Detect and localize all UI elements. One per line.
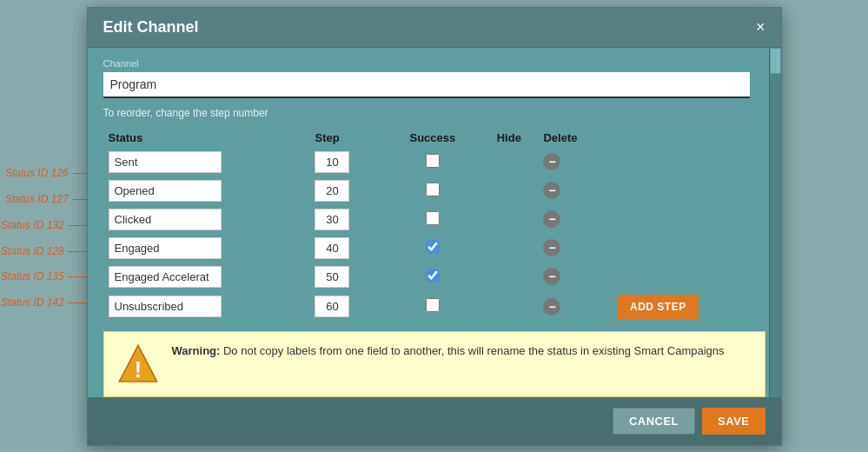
status-input-128[interactable]: [109, 237, 222, 259]
status-input-135[interactable]: [109, 266, 222, 288]
status-input-132[interactable]: [109, 209, 222, 230]
table-row: −: [103, 234, 765, 263]
modal-body: Channel To reorder, change the step numb…: [88, 48, 781, 397]
delete-button-135[interactable]: −: [543, 268, 560, 285]
table-row: −ADD STEP: [103, 291, 765, 322]
delete-button-127[interactable]: −: [543, 182, 560, 199]
col-status: Status: [103, 128, 310, 148]
step-input-128[interactable]: [315, 237, 349, 259]
warning-box: ! Warning: Do not copy labels from one f…: [103, 331, 765, 397]
modal-header: Edit Channel ×: [88, 8, 781, 48]
step-input-142[interactable]: [315, 296, 349, 317]
add-step-button[interactable]: ADD STEP: [618, 295, 699, 319]
status-input-142[interactable]: [109, 296, 222, 317]
success-checkbox-132[interactable]: [426, 211, 440, 225]
warning-icon: !: [116, 342, 160, 386]
modal-title: Edit Channel: [103, 18, 199, 37]
success-checkbox-142[interactable]: [426, 298, 440, 312]
col-action: [613, 128, 765, 148]
annotation-label-127: Status ID 127: [5, 193, 69, 205]
step-input-127[interactable]: [315, 180, 349, 202]
modal-close-button[interactable]: ×: [756, 19, 765, 35]
col-delete: Delete: [538, 128, 613, 148]
channel-input[interactable]: [103, 72, 750, 98]
scrollbar[interactable]: [769, 48, 781, 397]
step-input-135[interactable]: [315, 266, 349, 288]
annotation-label-128: Status ID 128: [1, 245, 64, 257]
table-row: −: [103, 205, 765, 234]
col-step: Step: [309, 128, 385, 148]
annotation-label-132: Status ID 132: [1, 219, 64, 231]
status-input-127[interactable]: [109, 180, 222, 202]
table-row: −: [103, 263, 765, 291]
success-checkbox-135[interactable]: [426, 269, 440, 282]
annotation-label-142: Status ID 142: [1, 296, 64, 309]
svg-text:!: !: [134, 357, 141, 382]
cancel-button[interactable]: CANCEL: [613, 408, 695, 435]
table-row: −: [103, 176, 765, 205]
scroll-thumb[interactable]: [770, 48, 781, 74]
step-input-132[interactable]: [315, 209, 349, 230]
warning-body: Do not copy labels from one field to ano…: [220, 344, 724, 357]
table-row: −: [103, 148, 765, 176]
annotation-label-135: Status ID 135: [1, 270, 64, 282]
edit-channel-modal: Edit Channel × Channel To reorder, chang…: [87, 7, 782, 446]
modal-footer: CANCEL SAVE: [88, 397, 781, 445]
step-input-126[interactable]: [315, 151, 349, 173]
save-button[interactable]: SAVE: [702, 408, 765, 435]
warning-bold: Warning:: [172, 344, 221, 357]
col-success: Success: [386, 128, 480, 148]
delete-button-132[interactable]: −: [543, 210, 560, 228]
success-checkbox-127[interactable]: [426, 183, 440, 196]
delete-button-128[interactable]: −: [543, 239, 560, 256]
delete-button-126[interactable]: −: [543, 153, 560, 170]
steps-table: Status Step Success Hide Delete −−−−−−AD…: [103, 128, 765, 322]
warning-text: Warning: Do not copy labels from one fie…: [172, 342, 725, 360]
reorder-hint: To reorder, change the step number: [103, 107, 765, 119]
annotation-label-126: Status ID 126: [5, 167, 69, 179]
col-hide: Hide: [480, 128, 538, 148]
channel-label: Channel: [103, 58, 765, 69]
success-checkbox-126[interactable]: [426, 154, 440, 168]
success-checkbox-128[interactable]: [426, 240, 440, 254]
delete-button-142[interactable]: −: [543, 298, 560, 316]
status-input-126[interactable]: [109, 151, 222, 173]
page-wrapper: Status ID 126 Status ID 127 Status ID 13…: [0, 0, 868, 452]
